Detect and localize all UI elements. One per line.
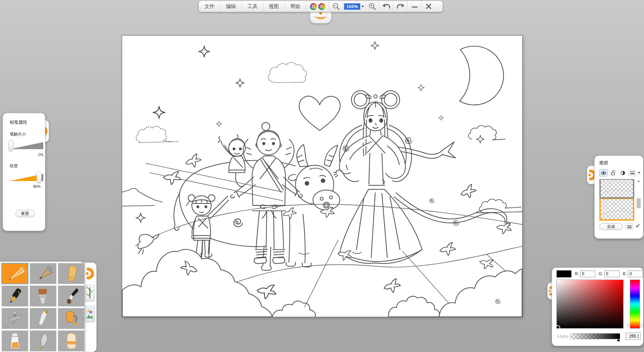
tool-charcoal-pencil[interactable] — [30, 263, 56, 284]
layer-bottom-preview — [601, 199, 633, 219]
tool-palette-knife[interactable] — [30, 308, 56, 329]
app-root: { "toolbar": { "menus": ["文件", "编辑", "工具… — [0, 0, 644, 352]
zoom-level-dropdown[interactable]: 100% — [343, 1, 365, 12]
brush-size-wedge — [10, 141, 43, 151]
layer-options-caret — [638, 172, 640, 174]
zoom-out-button[interactable] — [329, 1, 343, 12]
menu-view-label: 视图 — [269, 3, 279, 10]
layer-item-bottom[interactable] — [599, 198, 634, 221]
zoom-in-icon — [368, 2, 376, 10]
softness-thumb[interactable] — [37, 172, 42, 183]
paint-bottle-icon — [5, 333, 25, 349]
picture-preset-button[interactable] — [85, 306, 95, 322]
current-color-swatch — [556, 270, 572, 278]
softness-slider[interactable] — [10, 172, 40, 184]
app-logo — [306, 1, 329, 12]
menu-help[interactable]: 帮助 — [285, 1, 306, 12]
r-label: R: — [575, 272, 579, 276]
layers-icon-row — [599, 169, 640, 176]
main-toolbar: 文件 编辑 工具 视图 帮助 100% — [199, 1, 443, 12]
scrollbar-thumb[interactable] — [637, 198, 641, 208]
tool-pastel-stick[interactable] — [58, 263, 85, 284]
softness-value: 86% — [10, 184, 41, 188]
ink-brush-icon — [61, 288, 82, 304]
hue-bar[interactable] — [630, 280, 640, 329]
heart-outline — [299, 96, 340, 131]
menu-tools[interactable]: 工具 — [242, 1, 263, 12]
g-input[interactable] — [604, 271, 620, 277]
alpha-gradient — [571, 334, 620, 339]
sv-selection-marker[interactable] — [555, 325, 560, 330]
layer-visibility-button[interactable] — [599, 169, 607, 176]
tool-eraser[interactable] — [58, 331, 85, 351]
picture-preset-thumbnail — [87, 307, 93, 320]
redo-button[interactable] — [393, 1, 408, 12]
perched-magpie — [138, 234, 159, 249]
minimize-icon — [411, 3, 418, 10]
hue-marker-right-icon[interactable] — [640, 324, 643, 328]
logo-right-eye-icon — [318, 3, 325, 10]
close-icon — [425, 3, 432, 10]
bamboo-preset-button[interactable] — [85, 285, 95, 301]
layer-blend-button[interactable] — [619, 169, 627, 176]
alpha-marker-icon[interactable] — [617, 339, 620, 341]
r-input[interactable] — [580, 271, 595, 277]
layer-options-button[interactable] — [629, 170, 636, 176]
color-picker-panel: R: G: B: Alpha ▲ ▼ — [552, 268, 643, 346]
layers-more-button[interactable] — [626, 224, 633, 230]
airbrush-icon — [5, 310, 25, 327]
alpha-spin-down-icon[interactable]: ▼ — [636, 336, 640, 339]
menu-edit[interactable]: 编辑 — [220, 1, 242, 12]
alpha-slider[interactable] — [571, 333, 620, 339]
scroll-up-icon[interactable]: ▲ — [637, 179, 640, 183]
scroll-down-icon[interactable]: ▼ — [637, 224, 640, 227]
alpha-input[interactable] — [626, 334, 636, 339]
undo-button[interactable] — [379, 1, 393, 12]
dip-blade-icon — [33, 333, 54, 349]
pencil-panel-title: 铅笔属性 — [10, 119, 40, 125]
brush-size-label: 笔触大小 — [10, 131, 40, 137]
weaver-girl — [334, 91, 510, 263]
tool-paint-roller[interactable] — [58, 308, 85, 329]
layers-bottom-row: 新建 — [599, 223, 640, 230]
layer-top-preview — [601, 180, 633, 196]
tool-ink-brush[interactable] — [58, 286, 85, 306]
tool-grid — [2, 263, 84, 351]
tool-airbrush[interactable] — [2, 308, 28, 329]
g-label: G: — [599, 272, 603, 276]
alpha-spinner: ▲ ▼ — [626, 333, 641, 340]
close-button[interactable] — [422, 1, 436, 12]
paint-roller-icon — [61, 310, 82, 327]
tool-pencil[interactable] — [2, 263, 28, 284]
tool-fountain-pen[interactable] — [2, 286, 28, 306]
reset-button[interactable]: 重置 — [15, 210, 35, 217]
tool-flat-brush[interactable] — [30, 286, 56, 306]
blend-contrast-icon — [621, 171, 625, 175]
layer-item-top[interactable] — [599, 179, 634, 198]
zoom-in-button[interactable] — [365, 1, 379, 12]
menu-file[interactable]: 文件 — [199, 1, 220, 12]
hue-marker-left-icon[interactable] — [627, 324, 630, 328]
zoom-out-icon — [332, 2, 340, 10]
b-input[interactable] — [628, 271, 643, 277]
brush-size-thumb[interactable] — [8, 140, 13, 151]
alpha-spin-up-icon[interactable]: ▲ — [636, 334, 640, 336]
tool-paint-bottle[interactable] — [2, 331, 28, 351]
minimize-button[interactable] — [408, 1, 422, 12]
mascot-chin — [310, 11, 331, 23]
menu-view[interactable]: 视图 — [263, 1, 285, 12]
tool-palette-handle-icon[interactable] — [86, 267, 94, 280]
drawing-canvas[interactable] — [122, 35, 523, 317]
saturation-value-square[interactable] — [556, 280, 624, 329]
girl-child — [186, 195, 229, 257]
redo-icon — [396, 2, 405, 10]
layers-scrollbar[interactable]: ▲ ▼ — [636, 179, 641, 227]
layer-lock-button[interactable] — [609, 169, 617, 176]
new-layer-button[interactable]: 新建 — [599, 223, 623, 230]
b-label: B: — [623, 272, 627, 276]
tool-dip-blade[interactable] — [30, 331, 56, 351]
brush-size-slider[interactable] — [10, 140, 40, 152]
alpha-label: Alpha — [556, 334, 571, 339]
menu-edit-label: 编辑 — [226, 3, 236, 10]
boy-child — [218, 134, 246, 186]
